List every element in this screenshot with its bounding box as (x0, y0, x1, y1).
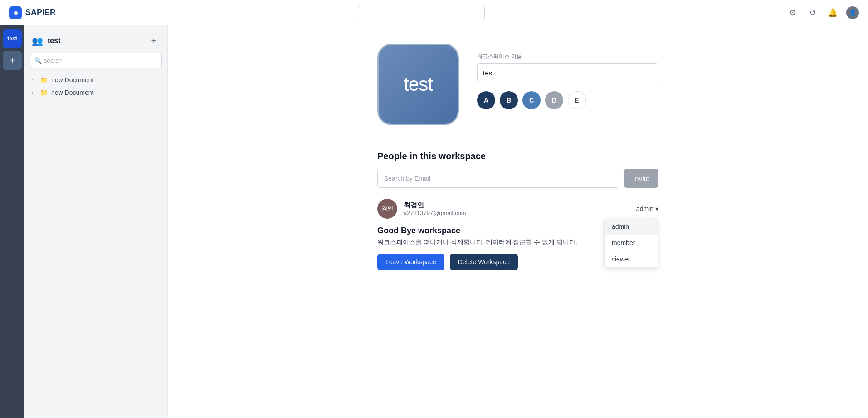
workspace-name-label: 워크스페이스 이름 (477, 53, 658, 60)
leave-workspace-button[interactable]: Leave Workspace (377, 254, 444, 270)
chevron-down-icon: › (32, 90, 38, 95)
role-button[interactable]: admin ▾ (636, 205, 658, 212)
sidebar-header: 👥 test + (24, 31, 167, 53)
workspace-settings: test 워크스페이스 이름 A B C D E People (377, 44, 658, 270)
history-icon[interactable]: ↺ (806, 6, 819, 19)
member-avatar-a[interactable]: A (477, 91, 495, 109)
invite-email-input[interactable] (377, 169, 619, 188)
settings-icon[interactable]: ⚙ (786, 6, 799, 19)
bell-icon[interactable]: 🔔 (826, 6, 839, 19)
workspace-tab-test[interactable]: test (3, 29, 22, 48)
member-avatar-c[interactable]: C (522, 91, 541, 109)
user-avatar[interactable]: 👤 (846, 6, 859, 19)
workspace-icon: test (377, 44, 459, 125)
doc-name: new Document (51, 76, 152, 84)
people-icon: 👥 (32, 35, 43, 46)
sidebar-add-button[interactable]: + (147, 34, 160, 47)
sidebar-header-left: 👥 test (32, 35, 60, 46)
role-menu-item-member[interactable]: member (605, 235, 658, 251)
workspace-top: test 워크스페이스 이름 A B C D E (377, 44, 658, 125)
member-email: a27313797@gmail.com (404, 210, 630, 216)
member-name: 최경인 (404, 201, 630, 210)
folder-icon: 📁 (40, 76, 48, 84)
member-info: 최경인 a27313797@gmail.com (404, 201, 630, 216)
role-menu-item-viewer[interactable]: viewer (605, 251, 658, 267)
list-item[interactable]: › 📁 new Document ☰ (26, 86, 166, 99)
role-label: admin (636, 205, 653, 212)
sidebar-search: 🔍 (30, 53, 162, 68)
role-dropdown: admin ▾ admin member viewer (636, 205, 658, 212)
people-section: People in this workspace Invite 경인 최경인 a… (377, 151, 658, 219)
logo-icon: ◆ (9, 6, 22, 19)
chevron-down-icon: › (32, 77, 38, 83)
member-row: 경인 최경인 a27313797@gmail.com admin ▾ admin (377, 199, 658, 219)
role-menu: admin member viewer (604, 218, 658, 268)
header-icons: ⚙ ↺ 🔔 👤 (786, 6, 859, 19)
invite-button[interactable]: Invite (624, 169, 658, 188)
workspace-icon-text: test (404, 74, 433, 95)
folder-icon: 📁 (40, 89, 48, 96)
header: ◆ SAPIER ⚙ ↺ 🔔 👤 (0, 0, 868, 25)
workspace-tabs: test + (0, 25, 24, 418)
sidebar: 👥 test + 🔍 › 📁 new Document ☰ › 📁 new Do… (24, 25, 168, 418)
role-menu-item-admin[interactable]: admin (605, 218, 658, 235)
divider (377, 140, 658, 140)
member-avatar-d[interactable]: D (545, 91, 563, 109)
workspace-right: 워크스페이스 이름 A B C D E (477, 44, 658, 109)
people-section-title: People in this workspace (377, 151, 658, 162)
invite-row: Invite (377, 169, 658, 188)
logo-text: SAPIER (25, 8, 56, 17)
chevron-down-icon: ▾ (655, 205, 658, 212)
add-workspace-button[interactable]: + (3, 51, 22, 70)
delete-workspace-button[interactable]: Delete Workspace (450, 254, 518, 270)
doc-name: new Document (51, 89, 152, 96)
logo: ◆ SAPIER (9, 6, 56, 19)
sidebar-title: test (48, 37, 60, 45)
member-avatar-e[interactable]: E (568, 91, 586, 109)
layout: test + 👥 test + 🔍 › 📁 new Document ☰ › 📁… (0, 0, 868, 418)
sidebar-search-input[interactable] (30, 53, 162, 68)
workspace-members: A B C D E (477, 91, 658, 109)
member-row-avatar: 경인 (377, 199, 397, 219)
main-content: test 워크스페이스 이름 A B C D E People (168, 25, 868, 418)
sidebar-search-icon: 🔍 (34, 57, 42, 64)
list-item[interactable]: › 📁 new Document ☰ (26, 74, 166, 86)
workspace-name-input[interactable] (477, 63, 658, 82)
header-search-input[interactable] (358, 5, 485, 20)
member-avatar-b[interactable]: B (500, 91, 518, 109)
